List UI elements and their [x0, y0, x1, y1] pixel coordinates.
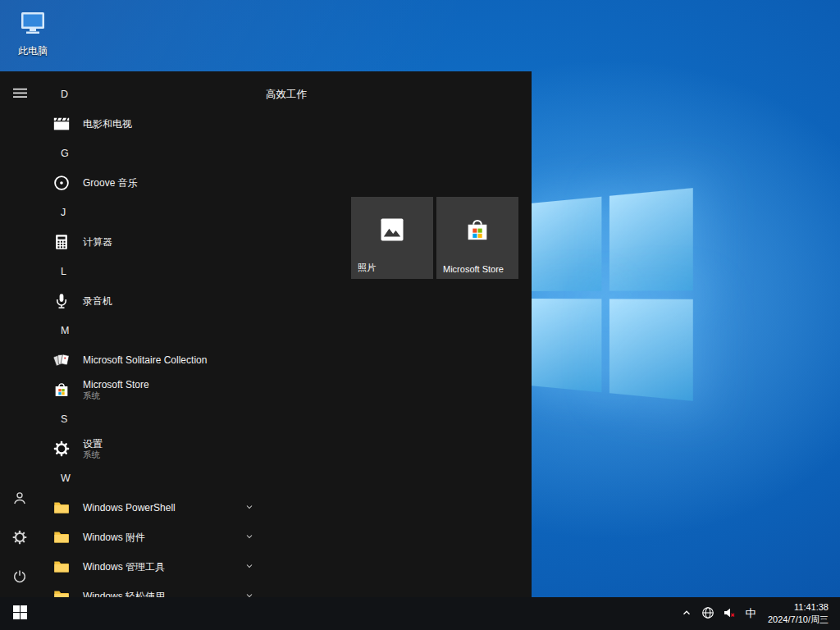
settings-button[interactable] — [0, 518, 39, 558]
start-menu-rail — [0, 71, 39, 597]
tile-photos[interactable]: 照片 — [351, 197, 433, 279]
section-letter-j[interactable]: J — [39, 198, 262, 227]
globe-network-icon — [701, 606, 714, 622]
windows-logo-wallpaper — [530, 188, 693, 401]
microphone-icon — [51, 290, 72, 312]
tiles-panel: 高效工作 照片 — [262, 71, 532, 597]
section-letter-d[interactable]: D — [39, 80, 262, 109]
tile-group-title[interactable]: 高效工作 — [266, 88, 307, 102]
calculator-icon — [51, 231, 72, 253]
clock-date: 2024/7/10/周三 — [768, 614, 829, 626]
logo-pane — [530, 299, 601, 393]
chevron-down-icon — [244, 589, 254, 597]
app-folder-windows-accessories[interactable]: Windows 附件 — [39, 523, 262, 552]
app-item-label: Groove 音乐 — [83, 176, 138, 190]
app-item-label: Microsoft Solitaire Collection — [83, 354, 207, 366]
system-tray: 中 11:41:38 2024/7/10/周三 — [676, 597, 840, 630]
clock-time: 11:41:38 — [794, 601, 829, 614]
solitaire-cards-icon — [51, 349, 72, 371]
movies-tv-icon — [51, 113, 72, 135]
app-item-label: Windows 轻松使用 — [83, 590, 165, 598]
app-item-movies-tv[interactable]: 电影和电视 — [39, 109, 262, 139]
windows-start-icon — [13, 605, 27, 622]
app-item-groove-music[interactable]: Groove 音乐 — [39, 168, 262, 198]
tile-label: Microsoft Store — [443, 264, 504, 274]
folder-icon — [51, 497, 72, 518]
app-item-label: Windows 附件 — [83, 531, 145, 545]
volume-tray-button[interactable] — [719, 597, 740, 630]
app-item-text: 设置 系统 — [83, 438, 103, 460]
chevron-up-icon — [681, 607, 692, 621]
section-letter-s[interactable]: S — [39, 404, 262, 434]
app-item-microsoft-store[interactable]: Microsoft Store 系统 — [39, 375, 262, 404]
power-button[interactable] — [0, 558, 39, 597]
logo-pane — [530, 197, 601, 291]
desktop-icon-label: 此电脑 — [18, 44, 48, 58]
settings-gear-icon — [51, 438, 72, 459]
start-menu: D 电影和电视 G — [0, 71, 532, 597]
section-letter-g[interactable]: G — [39, 139, 262, 168]
app-item-label: Windows PowerShell — [83, 502, 176, 514]
app-item-calculator[interactable]: 计算器 — [39, 227, 262, 257]
chevron-down-icon — [244, 559, 254, 574]
start-button[interactable] — [0, 597, 39, 630]
logo-pane — [609, 188, 692, 290]
app-folder-windows-admin-tools[interactable]: Windows 管理工具 — [39, 552, 262, 582]
groove-music-icon — [51, 172, 72, 194]
screen: 此电脑 — [0, 0, 840, 630]
volume-muted-icon — [723, 606, 736, 622]
gear-icon — [11, 529, 28, 548]
app-item-sublabel: 系统 — [83, 450, 103, 460]
folder-icon — [51, 527, 72, 548]
app-item-label: 电影和电视 — [83, 117, 132, 131]
this-pc-icon — [16, 7, 49, 43]
app-folder-windows-powershell[interactable]: Windows PowerShell — [39, 493, 262, 523]
section-letter-l[interactable]: L — [39, 257, 262, 286]
app-list: D 电影和电视 G — [39, 71, 262, 597]
power-icon — [11, 568, 28, 587]
app-item-sublabel: 系统 — [83, 390, 149, 401]
folder-icon — [51, 586, 72, 597]
app-item-solitaire[interactable]: Microsoft Solitaire Collection — [39, 345, 262, 375]
ime-indicator[interactable]: 中 — [740, 597, 761, 630]
logo-pane — [609, 299, 692, 401]
app-item-voice-recorder[interactable]: 录音机 — [39, 286, 262, 316]
taskbar: 中 11:41:38 2024/7/10/周三 — [0, 597, 840, 630]
hamburger-icon — [13, 86, 27, 103]
desktop-icon-this-pc[interactable]: 此电脑 — [7, 7, 59, 58]
user-account-button[interactable] — [0, 479, 39, 518]
app-item-settings[interactable]: 设置 系统 — [39, 434, 262, 463]
app-item-label: 计算器 — [83, 235, 112, 249]
app-item-label: 录音机 — [83, 294, 112, 308]
app-item-label: 设置 — [83, 438, 103, 450]
folder-icon — [51, 556, 72, 578]
store-bag-icon — [51, 379, 72, 400]
chevron-down-icon — [244, 530, 254, 545]
network-tray-button[interactable] — [697, 597, 719, 630]
taskbar-clock[interactable]: 11:41:38 2024/7/10/周三 — [761, 601, 835, 626]
app-item-label: Microsoft Store — [83, 379, 149, 390]
app-item-text: Microsoft Store 系统 — [83, 379, 149, 401]
user-icon — [11, 490, 28, 509]
chevron-down-icon — [244, 500, 254, 515]
app-item-label: Windows 管理工具 — [83, 560, 165, 574]
tray-overflow-button[interactable] — [676, 597, 697, 630]
app-folder-windows-ease-of-access[interactable]: Windows 轻松使用 — [39, 582, 262, 597]
rail-bottom-group — [0, 479, 39, 597]
section-letter-w[interactable]: W — [39, 463, 262, 493]
expand-menu-button[interactable] — [0, 75, 39, 114]
store-bag-icon — [463, 216, 491, 247]
tile-label: 照片 — [358, 262, 376, 274]
tile-microsoft-store[interactable]: Microsoft Store — [436, 197, 518, 279]
section-letter-m[interactable]: M — [39, 316, 262, 345]
photos-icon — [377, 215, 407, 248]
